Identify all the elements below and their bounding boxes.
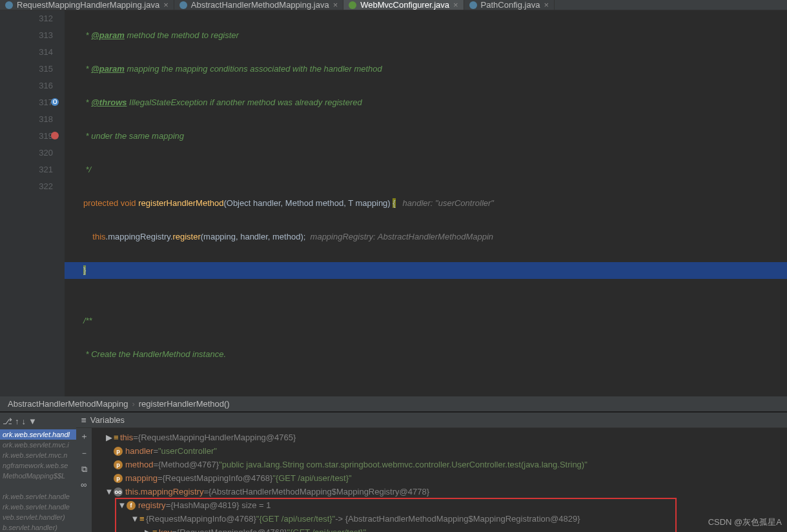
expand-icon[interactable]: ▶	[105, 433, 114, 442]
variable-row[interactable]: pmapping = {RequestMappingInfo@4768} "{G…	[92, 471, 787, 485]
gutter: 312 313 314 315 316 317 318 319 320 321 …	[0, 10, 65, 396]
frame-item[interactable]: ork.web.servlet.mvc.i	[0, 440, 76, 450]
code-editor[interactable]: 312 313 314 315 316 317 318 319 320 321 …	[0, 10, 787, 396]
close-icon[interactable]: ×	[453, 0, 458, 10]
close-icon[interactable]: ×	[333, 0, 338, 10]
param-icon: p	[114, 460, 123, 469]
debugger-panel: ⎇ ↑ ↓ ▼ ork.web.servlet.handlork.web.ser…	[0, 412, 787, 532]
expand-icon[interactable]: ▼	[118, 500, 127, 510]
frame-item[interactable]: veb.servlet.handler)	[0, 512, 76, 522]
class-icon	[5, 1, 13, 9]
frames-toolbar: ⎇ ↑ ↓ ▼	[0, 413, 76, 429]
variable-value: {RequestMappingInfo@4768}	[146, 514, 256, 524]
variables-panel: ≡Variables ＋ － ⧉ ∞ ▶ this = {RequestMapp…	[76, 413, 787, 532]
link-icon[interactable]: ∞	[81, 480, 87, 489]
variable-row[interactable]: ▼oothis.mappingRegistry = {AbstractHandl…	[92, 485, 787, 498]
tab-label: AbstractHandlerMethodMapping.java	[191, 0, 329, 10]
tab-label: PathConfig.java	[481, 0, 540, 10]
frame-item[interactable]: rk.web.servlet.handle	[0, 502, 76, 512]
entry-icon	[114, 433, 120, 442]
variable-value: {AbstractHandlerMethodMapping$MappingReg…	[209, 487, 429, 496]
variable-string: "{GET /api/user/test}"	[272, 473, 351, 483]
variable-name: mapping	[125, 473, 158, 483]
variable-name: this.mappingRegistry	[125, 487, 203, 496]
copy-icon[interactable]: ⧉	[81, 464, 87, 475]
tab-2[interactable]: WebMvcConfigurer.java×	[343, 0, 464, 10]
prev-frame-icon[interactable]: ↑	[15, 416, 19, 426]
expand-icon[interactable]: ▼	[130, 514, 139, 524]
code-area[interactable]: * @param method the method to register *…	[65, 10, 787, 396]
thread-selector-icon[interactable]: ⎇	[3, 416, 12, 426]
frame-item[interactable]: rk.web.servlet.handle	[0, 491, 76, 502]
variable-name: method	[125, 460, 153, 469]
filter-icon[interactable]: ▼	[28, 416, 37, 426]
variables-toolbar: ＋ － ⧉ ∞	[76, 428, 92, 532]
tab-1[interactable]: AbstractHandlerMethodMapping.java×	[174, 0, 344, 10]
frame-item[interactable]: ngframework.web.se	[0, 460, 76, 471]
chevron-right-icon: ›	[132, 399, 134, 409]
remove-watch-icon[interactable]: －	[80, 447, 88, 459]
class-icon	[179, 1, 187, 9]
variable-value: {RequestMappingInfo@4768}	[162, 473, 272, 483]
crumb-class[interactable]: AbstractHandlerMethodMapping	[8, 399, 128, 409]
variable-string: "public java.lang.String com.star.spring…	[219, 460, 588, 469]
class-icon	[469, 1, 477, 9]
frame-item[interactable]: rk.web.servlet.mvc.n	[0, 450, 76, 460]
variable-row[interactable]: ▶ key = {RequestMappingInfo@4768} "{GET …	[92, 526, 787, 532]
variable-string: "userController"	[158, 446, 217, 456]
variable-row[interactable]: phandler = "userController"	[92, 444, 787, 458]
close-icon[interactable]: ×	[544, 0, 549, 10]
param-icon: p	[114, 447, 123, 456]
glasses-icon: oo	[114, 487, 123, 496]
breakpoint-icon[interactable]	[50, 131, 59, 140]
editor-tabs: RequestMappingHandlerMapping.java× Abstr…	[0, 0, 787, 10]
field-icon: f	[127, 501, 136, 510]
interface-icon	[349, 1, 356, 9]
expand-icon[interactable]: ▼	[105, 487, 114, 496]
variable-value: {Method@4767}	[158, 460, 219, 469]
variable-row[interactable]: ▼ {RequestMappingInfo@4768} "{GET /api/u…	[92, 512, 787, 526]
svg-text:o: o	[52, 97, 57, 106]
frame-item[interactable]	[0, 481, 76, 491]
add-watch-icon[interactable]: ＋	[80, 431, 88, 442]
variable-value: {HashMap@4819} size = 1	[170, 500, 271, 510]
next-frame-icon[interactable]: ↓	[22, 416, 26, 426]
entry-icon	[152, 527, 159, 532]
variable-name: key	[159, 527, 172, 532]
entry-icon	[139, 514, 146, 524]
variable-name: handler	[125, 446, 153, 456]
menu-icon[interactable]: ≡	[81, 415, 87, 425]
variable-value: {RequestMappingHandlerMapping@4765}	[138, 433, 296, 442]
frame-item[interactable]: MethodMapping$$L	[0, 471, 76, 481]
variable-row[interactable]: pmethod = {Method@4767} "public java.lan…	[92, 458, 787, 471]
crumb-method[interactable]: registerHandlerMethod()	[139, 399, 230, 409]
breadcrumb[interactable]: AbstractHandlerMethodMapping›registerHan…	[0, 396, 787, 411]
variables-header: ≡Variables	[76, 413, 787, 428]
tab-label: WebMvcConfigurer.java	[360, 0, 449, 10]
tab-0[interactable]: RequestMappingHandlerMapping.java×	[0, 0, 174, 10]
override-icon[interactable]: o	[50, 97, 59, 107]
variable-name: this	[120, 433, 133, 442]
variable-value: {RequestMappingInfo@4768}	[177, 527, 287, 532]
close-icon[interactable]: ×	[163, 0, 169, 10]
param-icon: p	[114, 474, 123, 483]
frame-item[interactable]: ork.web.servlet.handl	[0, 429, 76, 440]
variables-tree[interactable]: ▶ this = {RequestMappingHandlerMapping@4…	[92, 428, 787, 532]
variable-string: "{GET /api/user/test}"	[256, 514, 335, 524]
frame-item[interactable]: b.servlet.handler)	[0, 522, 76, 532]
variables-title: Variables	[90, 415, 125, 425]
variable-row[interactable]: ▼fregistry = {HashMap@4819} size = 1	[92, 498, 787, 512]
tab-3[interactable]: PathConfig.java×	[464, 0, 555, 10]
variable-row[interactable]: ▶ this = {RequestMappingHandlerMapping@4…	[92, 431, 787, 444]
svg-point-2	[51, 132, 59, 139]
frames-panel[interactable]: ⎇ ↑ ↓ ▼ ork.web.servlet.handlork.web.ser…	[0, 413, 76, 532]
variable-string: "{GET /api/user/test}"	[287, 527, 366, 532]
expand-icon[interactable]: ▶	[143, 527, 152, 532]
tab-label: RequestMappingHandlerMapping.java	[17, 0, 159, 10]
variable-name: registry	[138, 500, 166, 510]
